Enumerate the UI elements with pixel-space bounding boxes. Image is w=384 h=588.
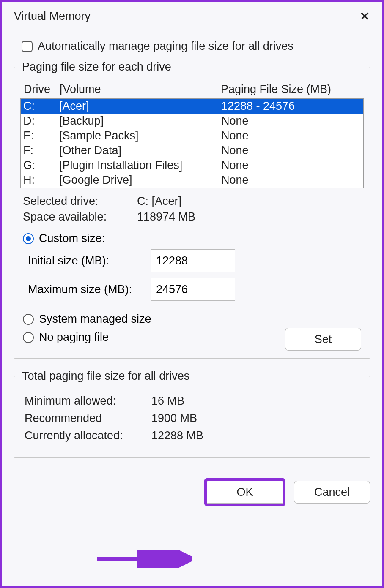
drive-letter: C: [23, 100, 59, 113]
space-available-value: 118974 MB [137, 210, 195, 223]
drive-letter: H: [23, 174, 59, 187]
drive-row[interactable]: E:[Sample Packs]None [21, 128, 363, 143]
custom-size-radio[interactable] [23, 233, 34, 244]
total-paging-group: Total paging file size for all drives Mi… [14, 370, 370, 458]
drive-paging-size: None [221, 114, 361, 128]
system-managed-radio-row[interactable]: System managed size [20, 307, 364, 328]
drive-volume: [Acer] [59, 100, 221, 113]
drive-volume: [Google Drive] [59, 174, 221, 187]
header-volume: [Volume [60, 83, 221, 96]
initial-size-label: Initial size (MB): [28, 254, 151, 267]
minimum-allowed-label: Minimum allowed: [25, 395, 151, 408]
window-title: Virtual Memory [14, 10, 91, 23]
space-available-label: Space available: [23, 210, 137, 223]
drive-paging-size: None [221, 159, 361, 172]
system-managed-label: System managed size [39, 313, 151, 326]
drive-list[interactable]: C:[Acer]12288 - 24576D:[Backup]NoneE:[Sa… [20, 98, 364, 188]
drive-letter: G: [23, 159, 59, 172]
selected-drive-label: Selected drive: [23, 195, 137, 208]
auto-manage-checkbox[interactable] [22, 41, 33, 52]
maximum-size-input[interactable] [151, 278, 235, 301]
initial-size-input[interactable] [151, 249, 235, 272]
auto-manage-row[interactable]: Automatically manage paging file size fo… [14, 27, 370, 60]
ok-highlight: OK [204, 478, 285, 506]
custom-size-label: Custom size: [39, 232, 105, 245]
dialog-buttons: OK Cancel [2, 469, 382, 515]
paging-per-drive-group: Paging file size for each drive Drive [V… [14, 60, 370, 359]
minimum-allowed-value: 16 MB [151, 395, 184, 408]
drive-letter: F: [23, 144, 59, 157]
drive-paging-size: 12288 - 24576 [221, 100, 361, 113]
currently-allocated-label: Currently allocated: [25, 429, 151, 442]
drive-letter: E: [23, 129, 59, 142]
ok-button[interactable]: OK [207, 481, 283, 504]
header-drive: Drive [24, 83, 60, 96]
header-size: Paging File Size (MB) [221, 83, 360, 96]
cancel-button[interactable]: Cancel [294, 481, 370, 504]
no-paging-label: No paging file [39, 331, 109, 344]
drive-letter: D: [23, 114, 59, 128]
drive-volume: [Plugin Installation Files] [59, 159, 221, 172]
system-managed-radio[interactable] [23, 314, 34, 325]
drive-row[interactable]: D:[Backup]None [21, 114, 363, 128]
maximum-size-label: Maximum size (MB): [28, 283, 151, 296]
drive-paging-size: None [221, 129, 361, 142]
drive-row[interactable]: C:[Acer]12288 - 24576 [21, 99, 363, 114]
recommended-value: 1900 MB [151, 412, 197, 425]
recommended-label: Recommended [25, 412, 151, 425]
drive-row[interactable]: G:[Plugin Installation Files]None [21, 158, 363, 173]
custom-size-radio-row[interactable]: Custom size: [20, 226, 364, 248]
drive-volume: [Sample Packs] [59, 129, 221, 142]
close-icon[interactable]: ✕ [359, 10, 370, 23]
drive-volume: [Backup] [59, 114, 221, 128]
drive-paging-size: None [221, 144, 361, 157]
drive-list-header: Drive [Volume Paging File Size (MB) [20, 79, 364, 98]
selected-drive-value: C: [Acer] [137, 195, 181, 208]
drive-paging-size: None [221, 174, 361, 187]
drive-volume: [Other Data] [59, 144, 221, 157]
currently-allocated-value: 12288 MB [151, 429, 203, 442]
auto-manage-label: Automatically manage paging file size fo… [38, 40, 293, 53]
no-paging-radio[interactable] [23, 332, 34, 343]
paging-per-drive-legend: Paging file size for each drive [20, 60, 173, 74]
total-paging-legend: Total paging file size for all drives [20, 370, 191, 383]
drive-row[interactable]: F:[Other Data]None [21, 143, 363, 158]
titlebar: Virtual Memory ✕ [2, 2, 382, 27]
annotation-arrow-icon [95, 550, 192, 568]
set-button[interactable]: Set [285, 328, 361, 351]
drive-row[interactable]: H:[Google Drive]None [21, 173, 363, 188]
